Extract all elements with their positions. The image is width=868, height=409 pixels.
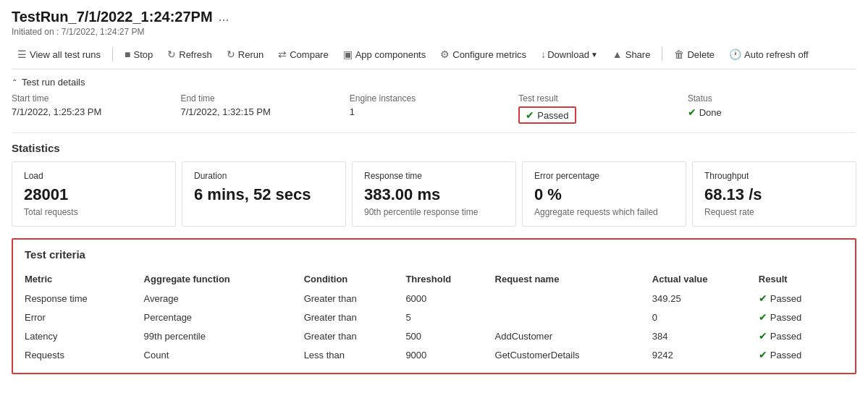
- page-subtitle: Initiated on : 7/1/2022, 1:24:27 PM: [12, 27, 856, 37]
- page-container: TestRun_7/1/2022_1:24:27PM ... Initiated…: [0, 0, 868, 409]
- result-check-icon-0: ✔: [759, 292, 767, 304]
- share-button[interactable]: ▲ Share: [607, 46, 657, 63]
- details-col-engine-instances: Engine instances 1: [350, 93, 518, 124]
- stat-card-throughput: Throughput 68.13 /s Request rate: [692, 161, 856, 227]
- cell-metric-1: Error: [25, 308, 144, 326]
- cell-request-name-2: AddCustomer: [495, 326, 652, 345]
- stop-icon: ■: [125, 49, 130, 60]
- cell-condition-0: Greater than: [304, 289, 406, 308]
- cell-metric-0: Response time: [25, 289, 144, 308]
- col-header-request-name: Request name: [495, 269, 652, 289]
- statistics-row: Load 28001 Total requests Duration 6 min…: [12, 161, 856, 227]
- cell-metric-3: Requests: [25, 345, 144, 364]
- cell-result-0: ✔ Passed: [759, 289, 843, 308]
- cell-threshold-0: 6000: [405, 289, 494, 308]
- configure-metrics-button[interactable]: ⚙ Configure metrics: [434, 46, 532, 63]
- app-components-button[interactable]: ▣ App components: [337, 46, 432, 63]
- check-circle-done-icon: ✔: [688, 106, 696, 118]
- cell-aggregate-2: 99th percentile: [144, 326, 304, 345]
- stat-card-load: Load 28001 Total requests: [12, 161, 176, 227]
- cell-actual-value-3: 9242: [652, 345, 759, 364]
- details-col-end-time: End time 7/1/2022, 1:32:15 PM: [180, 93, 349, 124]
- more-options-icon[interactable]: ...: [219, 9, 229, 25]
- view-all-button[interactable]: ☰ View all test runs: [12, 46, 106, 63]
- cell-result-2: ✔ Passed: [759, 326, 843, 345]
- cell-request-name-1: [495, 308, 652, 326]
- delete-icon: 🗑: [674, 49, 684, 60]
- test-run-details-table: Start time 7/1/2022, 1:25:23 PM End time…: [12, 93, 856, 133]
- refresh-icon: ↻: [167, 49, 176, 60]
- stat-card-error-percentage: Error percentage 0 % Aggregate requests …: [522, 161, 686, 227]
- list-icon: ☰: [17, 49, 27, 60]
- download-dropdown-icon: ▼: [591, 51, 598, 59]
- status-done: ✔ Done: [688, 106, 856, 118]
- table-row: Requests Count Less than 9000 GetCustome…: [25, 345, 843, 364]
- passed-badge: ✔ Passed: [518, 106, 576, 124]
- app-components-icon: ▣: [343, 49, 353, 60]
- toolbar: ☰ View all test runs ■ Stop ↻ Refresh ↻ …: [12, 40, 856, 69]
- col-header-condition: Condition: [304, 269, 406, 289]
- auto-refresh-button[interactable]: 🕐 Auto refresh off: [723, 46, 814, 63]
- col-header-threshold: Threshold: [405, 269, 494, 289]
- stat-card-response-time: Response time 383.00 ms 90th percentile …: [352, 161, 516, 227]
- refresh-button[interactable]: ↻ Refresh: [161, 46, 218, 63]
- settings-icon: ⚙: [440, 49, 450, 60]
- cell-aggregate-3: Count: [144, 345, 304, 364]
- result-check-icon-1: ✔: [759, 311, 767, 323]
- statistics-title: Statistics: [12, 142, 856, 154]
- cell-request-name-0: [495, 289, 652, 308]
- cell-aggregate-1: Percentage: [144, 308, 304, 326]
- cell-actual-value-0: 349.25: [652, 289, 759, 308]
- test-criteria-container: Test criteria Metric Aggregate function …: [12, 238, 856, 374]
- check-circle-icon: ✔: [526, 109, 534, 121]
- test-run-details-header[interactable]: ⌃ Test run details: [12, 69, 856, 93]
- col-header-aggregate: Aggregate function: [144, 269, 304, 289]
- compare-button[interactable]: ⇄ Compare: [272, 46, 334, 63]
- result-check-icon-2: ✔: [759, 330, 767, 342]
- page-header: TestRun_7/1/2022_1:24:27PM ... Initiated…: [12, 9, 856, 37]
- download-button[interactable]: ↓ Download ▼: [535, 46, 604, 63]
- cell-result-1: ✔ Passed: [759, 308, 843, 326]
- cell-result-3: ✔ Passed: [759, 345, 843, 364]
- cell-aggregate-0: Average: [144, 289, 304, 308]
- table-row: Error Percentage Greater than 5 0 ✔ Pass…: [25, 308, 843, 326]
- stop-button[interactable]: ■ Stop: [119, 46, 159, 63]
- cell-metric-2: Latency: [25, 326, 144, 345]
- cell-request-name-3: GetCustomerDetails: [495, 345, 652, 364]
- criteria-header-row: Metric Aggregate function Condition Thre…: [25, 269, 843, 289]
- cell-actual-value-1: 0: [652, 308, 759, 326]
- share-icon: ▲: [612, 49, 623, 60]
- table-row: Latency 99th percentile Greater than 500…: [25, 326, 843, 345]
- cell-actual-value-2: 384: [652, 326, 759, 345]
- cell-condition-2: Greater than: [304, 326, 406, 345]
- page-title: TestRun_7/1/2022_1:24:27PM: [12, 9, 213, 25]
- col-header-metric: Metric: [25, 269, 144, 289]
- table-row: Response time Average Greater than 6000 …: [25, 289, 843, 308]
- download-icon: ↓: [541, 49, 546, 60]
- cell-threshold-1: 5: [405, 308, 494, 326]
- compare-icon: ⇄: [278, 49, 287, 60]
- separator-2: [662, 47, 662, 62]
- cell-threshold-3: 9000: [405, 345, 494, 364]
- cell-condition-3: Less than: [304, 345, 406, 364]
- rerun-button[interactable]: ↻ Rerun: [221, 46, 269, 63]
- cell-condition-1: Greater than: [304, 308, 406, 326]
- details-col-test-result: Test result ✔ Passed: [518, 93, 687, 124]
- separator-1: [112, 47, 113, 62]
- col-header-actual-value: Actual value: [652, 269, 759, 289]
- details-col-status: Status ✔ Done: [688, 93, 856, 124]
- clock-icon: 🕐: [729, 49, 741, 60]
- chevron-up-icon: ⌃: [12, 78, 17, 86]
- criteria-table: Metric Aggregate function Condition Thre…: [25, 269, 843, 364]
- test-criteria-title: Test criteria: [25, 248, 843, 261]
- rerun-icon: ↻: [227, 49, 235, 60]
- stat-card-duration: Duration 6 mins, 52 secs: [182, 161, 346, 227]
- cell-threshold-2: 500: [405, 326, 494, 345]
- delete-button[interactable]: 🗑 Delete: [668, 46, 720, 63]
- col-header-result: Result: [759, 269, 843, 289]
- details-col-start-time: Start time 7/1/2022, 1:25:23 PM: [12, 93, 180, 124]
- result-check-icon-3: ✔: [759, 349, 767, 360]
